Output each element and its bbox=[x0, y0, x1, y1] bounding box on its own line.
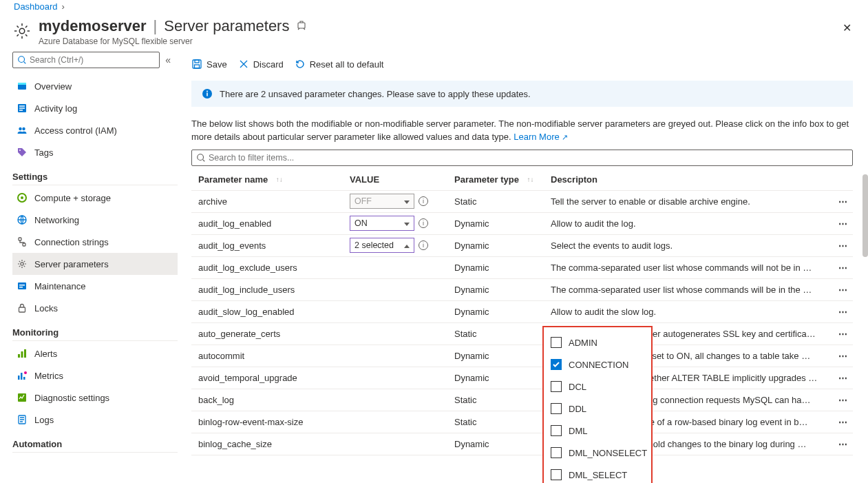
value-text[interactable] bbox=[350, 370, 414, 385]
dropdown-option-dml_nonselect[interactable]: DML_NONSELECT bbox=[548, 442, 647, 464]
networking-icon bbox=[17, 214, 28, 225]
dropdown-option-ddl[interactable]: DDL bbox=[548, 398, 647, 420]
breadcrumb-link-dashboard[interactable]: Dashboard bbox=[14, 1, 58, 12]
sidebar-search-input[interactable] bbox=[30, 55, 155, 65]
dropdown-option-dcl[interactable]: DCL bbox=[548, 376, 647, 398]
dropdown-option-label: DML bbox=[569, 426, 587, 436]
col-header-desc: Descripton bbox=[551, 174, 832, 185]
value-text[interactable] bbox=[350, 414, 414, 429]
row-actions-button[interactable]: ⋯ bbox=[832, 373, 853, 383]
param-name: autocommit bbox=[191, 351, 350, 361]
sidebar-item-access-control-iam-[interactable]: Access control (IAM) bbox=[12, 119, 178, 141]
sidebar-item-diagnostic-settings[interactable]: Diagnostic settings bbox=[12, 387, 178, 409]
param-description: Tell the server to enable or disable arc… bbox=[551, 196, 832, 207]
col-header-name[interactable]: Parameter name ↑↓ bbox=[191, 174, 350, 185]
value-text[interactable] bbox=[350, 436, 414, 451]
value-text[interactable] bbox=[350, 260, 414, 275]
dropdown-option-label: CONNECTION bbox=[569, 360, 628, 370]
close-button[interactable]: ✕ bbox=[838, 17, 856, 39]
row-actions-button[interactable]: ⋯ bbox=[832, 329, 853, 339]
svg-rect-28 bbox=[193, 60, 201, 68]
dropdown-option-dml[interactable]: DML bbox=[548, 420, 647, 442]
row-actions-button[interactable]: ⋯ bbox=[832, 285, 853, 295]
svg-rect-17 bbox=[19, 287, 23, 288]
sidebar-item-compute-storage[interactable]: Compute + storage bbox=[12, 187, 178, 209]
svg-rect-23 bbox=[21, 373, 23, 380]
scrollbar-thumb[interactable] bbox=[862, 174, 868, 257]
value-text[interactable] bbox=[350, 282, 414, 297]
param-value-cell bbox=[350, 260, 454, 275]
param-name: avoid_temporal_upgrade bbox=[191, 373, 350, 383]
row-actions-button[interactable]: ⋯ bbox=[832, 218, 853, 229]
sidebar-item-alerts[interactable]: Alerts bbox=[12, 342, 178, 364]
row-actions-button[interactable]: ⋯ bbox=[832, 395, 853, 405]
info-tooltip-icon[interactable]: i bbox=[419, 218, 428, 228]
param-value-cell bbox=[350, 370, 454, 385]
param-value-cell bbox=[350, 414, 454, 429]
col-header-type[interactable]: Parameter type ↑↓ bbox=[454, 174, 551, 185]
save-button[interactable]: Save bbox=[191, 59, 227, 70]
value-select[interactable]: 2 selected bbox=[350, 238, 414, 253]
param-value-cell: ONi bbox=[350, 216, 454, 231]
info-tooltip-icon[interactable]: i bbox=[419, 196, 428, 206]
checkbox-icon bbox=[551, 381, 562, 392]
dropdown-option-admin[interactable]: ADMIN bbox=[548, 331, 647, 353]
table-row: audit_log_events2 selectediDynamicSelect… bbox=[191, 235, 853, 257]
col-header-value: VALUE bbox=[350, 174, 454, 185]
sidebar-item-locks[interactable]: Locks bbox=[12, 297, 178, 319]
row-actions-button[interactable]: ⋯ bbox=[832, 263, 853, 273]
pin-icon[interactable] bbox=[296, 17, 307, 35]
sidebar-search[interactable] bbox=[12, 52, 160, 68]
sidebar-item-label: Server parameters bbox=[34, 259, 109, 269]
row-actions-button[interactable]: ⋯ bbox=[832, 439, 853, 449]
value-text[interactable] bbox=[350, 304, 414, 319]
row-actions-button[interactable]: ⋯ bbox=[832, 240, 853, 251]
param-name: audit_log_enabled bbox=[191, 218, 350, 229]
value-select[interactable]: ON bbox=[350, 216, 414, 231]
audit-log-events-dropdown[interactable]: ADMINCONNECTIONDCLDDLDMLDML_NONSELECTDML… bbox=[542, 326, 653, 483]
param-description: The comma-separated user list whose comm… bbox=[551, 285, 832, 295]
parameter-filter[interactable] bbox=[191, 150, 853, 166]
row-actions-button[interactable]: ⋯ bbox=[832, 196, 853, 207]
dropdown-option-dml_select[interactable]: DML_SELECT bbox=[548, 464, 647, 483]
discard-button[interactable]: Discard bbox=[238, 59, 284, 70]
sidebar-item-networking[interactable]: Networking bbox=[12, 209, 178, 231]
param-name: binlog-row-event-max-size bbox=[191, 417, 350, 427]
info-tooltip-icon[interactable]: i bbox=[419, 240, 428, 250]
value-text[interactable] bbox=[350, 348, 414, 363]
param-value-cell bbox=[350, 348, 454, 363]
table-row: audit_log_include_usersDynamicThe comma-… bbox=[191, 279, 853, 301]
sidebar-item-maintenance[interactable]: Maintenance bbox=[12, 275, 178, 297]
sidebar-item-tags[interactable]: Tags bbox=[12, 141, 178, 163]
logs-icon bbox=[17, 414, 28, 425]
dropdown-option-connection[interactable]: CONNECTION bbox=[548, 353, 647, 376]
svg-rect-21 bbox=[24, 349, 26, 358]
sidebar-item-metrics[interactable]: Metrics bbox=[12, 364, 178, 387]
sort-icon: ↑↓ bbox=[276, 176, 283, 183]
dropdown-option-label: DML_NONSELECT bbox=[569, 448, 647, 458]
parameter-filter-input[interactable] bbox=[209, 153, 848, 163]
sidebar-item-label: Alerts bbox=[34, 349, 57, 359]
sidebar-item-overview[interactable]: Overview bbox=[12, 75, 178, 97]
sidebar-item-logs[interactable]: Logs bbox=[12, 409, 178, 431]
sidebar-item-connection-strings[interactable]: Connection strings bbox=[12, 231, 178, 253]
dropdown-option-label: DCL bbox=[569, 382, 586, 392]
people-icon bbox=[17, 125, 28, 136]
row-actions-button[interactable]: ⋯ bbox=[832, 307, 853, 317]
checkbox-icon bbox=[551, 403, 562, 414]
sort-icon: ↑↓ bbox=[527, 176, 534, 183]
param-description: Allow to audit the log. bbox=[551, 218, 832, 229]
param-name: auto_generate_certs bbox=[191, 329, 350, 339]
learn-more-link[interactable]: Learn More ↗ bbox=[514, 132, 568, 142]
sidebar-item-activity-log[interactable]: Activity log bbox=[12, 97, 178, 119]
value-text[interactable] bbox=[350, 326, 414, 341]
value-text[interactable] bbox=[350, 392, 414, 407]
row-actions-button[interactable]: ⋯ bbox=[832, 417, 853, 427]
sidebar-item-server-parameters[interactable]: Server parameters bbox=[12, 253, 178, 275]
checkbox-icon bbox=[551, 447, 562, 458]
row-actions-button[interactable]: ⋯ bbox=[832, 351, 853, 361]
param-value-cell bbox=[350, 282, 454, 297]
chevron-right-icon: › bbox=[62, 1, 65, 12]
reset-all-button[interactable]: Reset all to default bbox=[295, 59, 384, 70]
collapse-sidebar-button[interactable]: « bbox=[165, 54, 171, 65]
